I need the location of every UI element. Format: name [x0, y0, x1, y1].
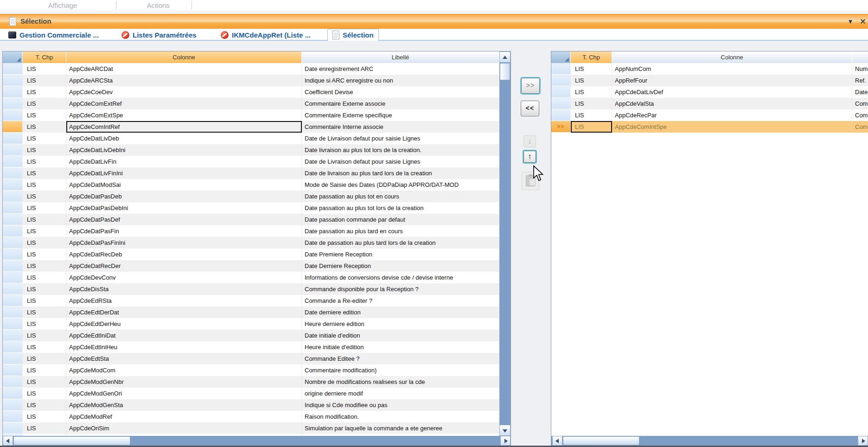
cell-libelle[interactable]: Coefficient Devise	[302, 86, 499, 98]
table-row[interactable]: >>LISAppCdeComIntSpeCom	[551, 121, 868, 133]
cell-tchp[interactable]: LIS	[23, 237, 66, 249]
cell-colonne[interactable]: AppCdeDatLivDebIni	[66, 144, 302, 156]
cell-colonne[interactable]: AppCdeModCom	[66, 364, 302, 376]
cell-libelle[interactable]: Commentaire Externe associe	[302, 98, 499, 109]
table-row[interactable]: LISAppCdeValStaCom	[551, 98, 868, 109]
row-selector-cell[interactable]	[3, 318, 23, 330]
cell-libelle[interactable]: Date passation au plus tot lors de la cr…	[302, 202, 499, 214]
cell-tchp[interactable]: LIS	[23, 260, 66, 272]
cell-colonne[interactable]: AppCdeDatModSai	[66, 179, 302, 191]
cell-colonne[interactable]: AppCdeComExtRef	[66, 98, 302, 109]
row-selector-cell[interactable]	[3, 156, 23, 167]
cell-colonne[interactable]: AppCdeDatPasDef	[66, 214, 302, 225]
cell-tchp[interactable]: LIS	[23, 133, 66, 144]
cell-tchp[interactable]: LIS	[23, 214, 66, 225]
cell-tchp[interactable]: LIS	[571, 75, 612, 86]
row-selector-cell[interactable]	[551, 98, 571, 109]
cell-libelle[interactable]: Mode de Saisie des Dates (DDPaDiap APPRO…	[302, 179, 499, 191]
tab-selection[interactable]: Sélection	[327, 29, 379, 41]
cell-colonne[interactable]: AppRefFour	[612, 75, 852, 86]
scroll-up-button[interactable]	[499, 51, 511, 63]
cell-libelle[interactable]: Com	[852, 109, 868, 121]
cell-tchp[interactable]: LIS	[23, 318, 66, 330]
table-row[interactable]: LISAppCdeDisStaCommande disponible pour …	[3, 283, 499, 295]
row-selector-cell[interactable]	[3, 399, 23, 411]
table-row[interactable]: LISAppCdeEdtStaCommande Editee ?	[3, 353, 499, 364]
column-header-tchp[interactable]: T. Chp	[23, 51, 66, 63]
row-selector-cell[interactable]	[3, 388, 23, 399]
cell-tchp[interactable]: LIS	[23, 86, 66, 98]
table-row[interactable]: LISAppCdeDatPasDebDate passation au plus…	[3, 191, 499, 202]
row-selector-cell[interactable]	[3, 341, 23, 353]
row-selector-cell[interactable]	[3, 214, 23, 225]
cell-colonne[interactable]: AppCdeRecPar	[612, 109, 852, 121]
row-selector-cell[interactable]	[3, 364, 23, 376]
cell-colonne[interactable]: AppCdeDatLivDef	[612, 86, 852, 98]
cell-colonne[interactable]: AppCdeEdRSta	[66, 295, 302, 307]
cell-colonne[interactable]: AppCdeComExtSpe	[66, 109, 302, 121]
cell-tchp[interactable]: LIS	[23, 330, 66, 341]
cell-colonne[interactable]: AppCdeDatRecDeb	[66, 249, 302, 260]
tab-gestion-commerciale[interactable]: Gestion Commerciale ...	[8, 30, 99, 40]
cell-libelle[interactable]: Indique si Cde modifiee ou pas	[302, 399, 499, 411]
horizontal-scrollbar-thumb[interactable]	[13, 436, 130, 445]
table-row[interactable]: LISAppNumComNum	[551, 63, 868, 75]
cell-libelle[interactable]: Date Derniere Reception	[302, 260, 499, 272]
cell-tchp[interactable]: LIS	[23, 144, 66, 156]
cell-tchp[interactable]: LIS	[23, 109, 66, 121]
table-row[interactable]: LISAppCdeDatPasDebIniDate passation au p…	[3, 202, 499, 214]
table-row[interactable]: LISAppCdeDatPasDefDate passation command…	[3, 214, 499, 225]
cell-tchp[interactable]: LIS	[571, 121, 612, 133]
table-row[interactable]: LISAppCdeARCStaIndique si ARC enregistre…	[3, 75, 499, 86]
table-row[interactable]: LISAppCdeDatModSaiMode de Saisie des Dat…	[3, 179, 499, 191]
row-selector-cell[interactable]	[3, 225, 23, 237]
cell-tchp[interactable]: LIS	[23, 63, 66, 75]
table-row[interactable]: LISAppCdeDatLivDebIniDate livraison au p…	[3, 144, 499, 156]
cell-colonne[interactable]: AppCdeComIntSpe	[612, 121, 852, 133]
cell-libelle[interactable]: Date passation au plus tot en cours	[302, 191, 499, 202]
horizontal-scrollbar[interactable]	[551, 436, 868, 446]
cell-colonne[interactable]: AppCdeModGenOri	[66, 388, 302, 399]
window-menu-caret-icon[interactable]: ▼	[846, 16, 855, 26]
cell-tchp[interactable]: LIS	[23, 249, 66, 260]
cell-colonne[interactable]: AppCdeOriSim	[66, 422, 302, 434]
cell-libelle[interactable]: Com	[852, 121, 868, 133]
cell-tchp[interactable]: LIS	[23, 167, 66, 179]
select-all-corner[interactable]	[551, 51, 571, 63]
table-row[interactable]: LISAppCdeComExtSpeCommentaire Externe sp…	[3, 109, 499, 121]
row-selector-cell[interactable]: >>	[551, 121, 571, 133]
cell-libelle[interactable]: Raison modification.	[302, 411, 499, 422]
row-selector-cell[interactable]	[3, 121, 23, 133]
cell-libelle[interactable]: Date passation au plus tard en cours	[302, 225, 499, 237]
tab-listes-parametrees[interactable]: Listes Paramétrées	[121, 30, 197, 40]
table-row[interactable]: LISAppCdeEdtIniHeuHeure initiale d'editi…	[3, 341, 499, 353]
cell-libelle[interactable]: Commentaire Interne associe	[302, 121, 499, 133]
table-row[interactable]: LISAppCdeDatPasFinDate passation au plus…	[3, 225, 499, 237]
cell-colonne[interactable]: AppCdeValSta	[612, 98, 852, 109]
cell-libelle[interactable]: Heure initiale d'edition	[302, 341, 499, 353]
cell-libelle[interactable]: Informations de conversions devise cde /…	[302, 272, 499, 283]
scroll-down-button[interactable]	[499, 425, 511, 436]
menu-item-affichage[interactable]: Affichage	[35, 0, 90, 10]
table-row[interactable]: LISAppCdeModGenOriorigine derniere modif	[3, 388, 499, 399]
cell-libelle[interactable]: Date derniere edition	[302, 307, 499, 318]
cell-tchp[interactable]: LIS	[23, 179, 66, 191]
table-row[interactable]: LISAppCdeEdtDerDatDate derniere edition	[3, 307, 499, 318]
row-selector-cell[interactable]	[3, 98, 23, 109]
cell-libelle[interactable]: Date passation commande par defaut	[302, 214, 499, 225]
cell-tchp[interactable]: LIS	[571, 63, 612, 75]
cell-libelle[interactable]: Date livraison au plus tot lors de la cr…	[302, 144, 499, 156]
cell-tchp[interactable]: LIS	[23, 411, 66, 422]
cell-libelle[interactable]: Num	[852, 63, 868, 75]
cell-colonne[interactable]: AppCdeDatRecDer	[66, 260, 302, 272]
cell-colonne[interactable]: AppCdeDatLivDeb	[66, 133, 302, 144]
table-row[interactable]: LISAppCdeCoeDevCoefficient Devise	[3, 86, 499, 98]
cell-libelle[interactable]: Date initiale d'edition	[302, 330, 499, 341]
cell-libelle[interactable]: Date enregistrement ARC	[302, 63, 499, 75]
table-row[interactable]: LISAppCdeDatLivFinDate de Livraison defa…	[3, 156, 499, 167]
cell-colonne[interactable]: AppNumCom	[612, 63, 852, 75]
cell-tchp[interactable]: LIS	[23, 98, 66, 109]
cell-tchp[interactable]: LIS	[23, 272, 66, 283]
cell-colonne[interactable]: AppCdeDatPasFin	[66, 225, 302, 237]
cell-tchp[interactable]: LIS	[23, 307, 66, 318]
